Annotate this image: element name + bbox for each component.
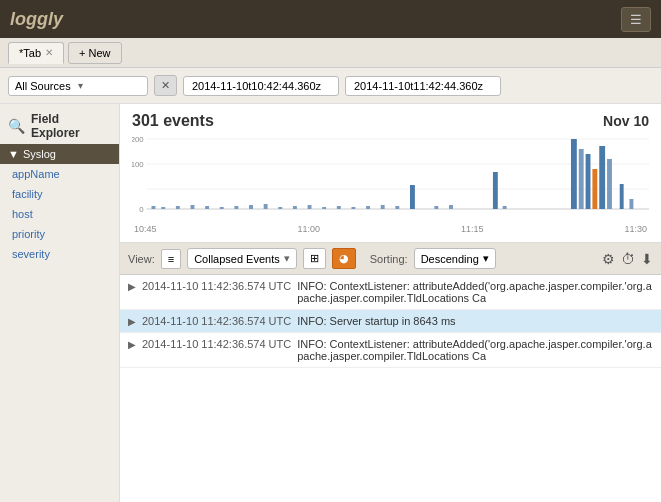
expand-icon[interactable]: ▶ [128,281,136,292]
svg-rect-28 [493,172,498,209]
svg-rect-13 [234,206,238,209]
sorting-label: Sorting: [370,253,408,265]
table-row: ▶ 2014-11-10 11:42:36.574 UTC INFO: Cont… [120,275,661,310]
svg-rect-31 [579,149,584,209]
expand-icon[interactable]: ▶ [128,339,136,350]
svg-text:100: 100 [132,160,144,169]
clock-icon[interactable]: ⏱ [621,251,635,267]
sidebar-item-priority[interactable]: priority [0,224,119,244]
item-label: host [12,208,33,220]
controls-right: ⚙ ⏱ ⬇ [602,251,653,267]
svg-rect-16 [278,207,282,209]
x-label-1: 10:45 [134,224,157,234]
list-view-button[interactable]: ≡ [161,249,181,269]
collapsed-events-label: Collapsed Events [194,253,280,265]
sidebar: 🔍 FieldExplorer ▼ Syslog appName facilit… [0,104,120,502]
event-message: INFO: ContextListener: attributeAdded('o… [297,338,653,362]
search-icon: 🔍 [8,118,25,134]
x-label-2: 11:00 [297,224,320,234]
events-list: ▶ 2014-11-10 11:42:36.574 UTC INFO: Cont… [120,275,661,502]
event-timestamp: 2014-11-10 11:42:36.574 UTC [142,315,291,327]
tab-label: *Tab [19,47,41,59]
svg-rect-14 [249,205,253,209]
svg-text:200: 200 [132,135,144,144]
arrow-icon: ▼ [8,148,19,160]
svg-rect-35 [607,159,612,209]
svg-rect-20 [337,206,341,209]
new-tab-button[interactable]: + New [68,42,122,64]
chart-x-labels: 10:45 11:00 11:15 11:30 [132,224,649,234]
chart-svg: 200 100 0 [132,134,649,219]
svg-rect-29 [503,206,507,209]
main-layout: 🔍 FieldExplorer ▼ Syslog appName facilit… [0,104,661,502]
event-message: INFO: Server startup in 8643 ms [297,315,653,327]
source-dropdown[interactable]: All Sources ▾ [8,76,148,96]
svg-rect-33 [592,169,597,209]
filter-bar: All Sources ▾ ✕ [0,68,661,104]
table-row: ▶ 2014-11-10 11:42:36.574 UTC INFO: Cont… [120,333,661,368]
svg-rect-17 [293,206,297,209]
svg-rect-9 [176,206,180,209]
svg-rect-30 [571,139,577,209]
sort-arrow-icon: ▾ [483,252,489,265]
pie-icon: ◕ [339,252,349,264]
download-icon[interactable]: ⬇ [641,251,653,267]
svg-rect-34 [599,146,605,209]
source-label: All Sources [15,80,78,92]
grid-view-button[interactable]: ⊞ [303,248,326,269]
sorting-dropdown[interactable]: Descending ▾ [414,248,496,269]
chart-area: 301 events Nov 10 200 100 0 [120,104,661,243]
active-tab[interactable]: *Tab ✕ [8,42,64,64]
svg-rect-8 [161,207,165,209]
collapsed-events-dropdown[interactable]: Collapsed Events ▾ [187,248,297,269]
svg-rect-7 [152,206,156,209]
close-icon[interactable]: ✕ [45,47,53,58]
sidebar-item-appname[interactable]: appName [0,164,119,184]
events-count: 301 events [132,112,214,130]
item-label: severity [12,248,50,260]
sidebar-item-severity[interactable]: severity [0,244,119,264]
logo: loggly [10,9,63,30]
filter-settings-icon[interactable]: ⚙ [602,251,615,267]
sidebar-title: FieldExplorer [31,112,80,140]
time-end-input[interactable] [345,76,501,96]
svg-rect-12 [220,207,224,209]
chart-container: 200 100 0 [132,134,649,234]
svg-rect-27 [449,205,453,209]
view-controls: View: ≡ Collapsed Events ▾ ⊞ ◕ Sorting: … [120,243,661,275]
svg-rect-23 [381,205,385,209]
tabs-bar: *Tab ✕ + New [0,38,661,68]
event-timestamp: 2014-11-10 11:42:36.574 UTC [142,280,291,292]
menu-button[interactable]: ☰ [621,7,651,32]
sorting-value: Descending [421,253,479,265]
svg-rect-19 [322,207,326,209]
item-label: priority [12,228,45,240]
time-start-input[interactable] [183,76,339,96]
section-label: Syslog [23,148,56,160]
svg-rect-26 [434,206,438,209]
event-message: INFO: ContextListener: attributeAdded('o… [297,280,653,304]
sidebar-item-host[interactable]: host [0,204,119,224]
chevron-down-icon: ▾ [284,252,290,265]
item-label: facility [12,188,43,200]
content: 301 events Nov 10 200 100 0 [120,104,661,502]
svg-rect-32 [586,154,591,209]
clear-filter-button[interactable]: ✕ [154,75,177,96]
svg-rect-36 [620,184,624,209]
sidebar-item-facility[interactable]: facility [0,184,119,204]
sidebar-header: 🔍 FieldExplorer [0,104,119,144]
event-timestamp: 2014-11-10 11:42:36.574 UTC [142,338,291,350]
svg-rect-10 [191,205,195,209]
chevron-down-icon: ▾ [78,80,141,91]
sidebar-section-syslog[interactable]: ▼ Syslog [0,144,119,164]
svg-rect-37 [629,199,633,209]
table-row: ▶ 2014-11-10 11:42:36.574 UTC INFO: Serv… [120,310,661,333]
expand-icon[interactable]: ▶ [128,316,136,327]
svg-rect-18 [308,205,312,209]
header: loggly ☰ [0,0,661,38]
svg-rect-11 [205,206,209,209]
svg-rect-15 [264,204,268,209]
item-label: appName [12,168,60,180]
x-label-4: 11:30 [624,224,647,234]
pie-view-button[interactable]: ◕ [332,248,356,269]
